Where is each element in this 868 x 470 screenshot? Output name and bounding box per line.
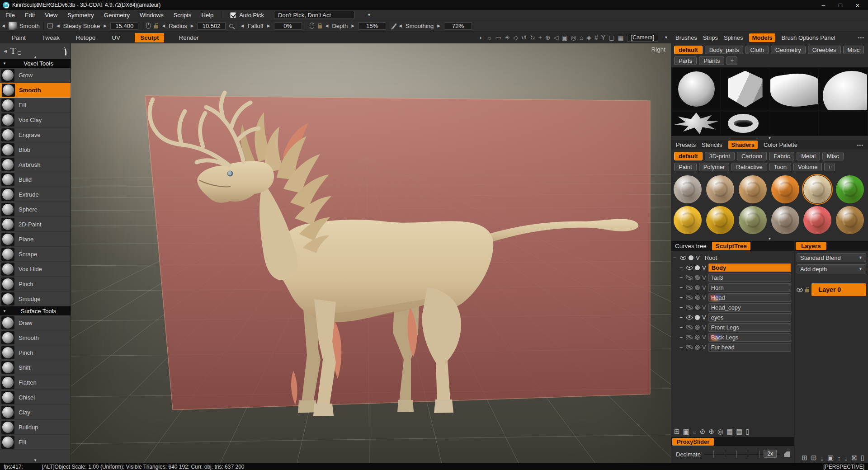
disable-layer-icon[interactable]: ⊘ (700, 428, 706, 436)
light-horizon-icon[interactable]: ☀ (505, 34, 510, 41)
tool-surface-fill[interactable]: Fill (0, 435, 71, 450)
record-icon[interactable]: ◎ (571, 34, 576, 41)
menu-file[interactable]: File (5, 12, 15, 19)
tab-brush-options-panel[interactable]: Brush Options Panel (781, 34, 835, 41)
zoom-icon[interactable]: ⊕ (545, 34, 551, 41)
proxy-slider-header[interactable]: ProxySlider (671, 437, 794, 446)
shader-cat-polymer[interactable]: Polymer (699, 163, 730, 171)
depth-label[interactable]: Depth (332, 23, 348, 29)
grid-icon[interactable]: # (594, 34, 598, 41)
target-icon[interactable]: ◎ (717, 428, 723, 436)
pressure-mouse-icon[interactable] (146, 23, 151, 29)
tab-brushes[interactable]: Brushes (675, 34, 697, 41)
shader-ball[interactable] (706, 175, 734, 203)
tool-2d-paint[interactable]: 2D-Paint (0, 217, 71, 232)
ghosting-dot-icon[interactable] (695, 305, 700, 310)
move-up-icon[interactable]: ↑ (837, 454, 841, 462)
tree-row-horn[interactable]: − V Horn (679, 282, 793, 292)
menu-help[interactable]: Help (201, 12, 213, 19)
tool-pinch[interactable]: Pinch (0, 277, 71, 291)
tab-uv[interactable]: UV (110, 33, 122, 42)
tool-engrave[interactable]: Engrave (0, 127, 71, 142)
tree-row-body[interactable]: − V Body (679, 263, 793, 273)
proxy-page-icon[interactable] (784, 451, 790, 457)
collapse-left-icon[interactable]: ◀ (2, 24, 5, 28)
table-icon[interactable]: ▦ (726, 428, 733, 436)
model-cube-thumb[interactable] (721, 68, 769, 110)
minimize-button[interactable]: – (816, 0, 831, 9)
layer-0-item[interactable]: Layer 0 (811, 283, 866, 296)
shader-cat-volume[interactable]: Volume (793, 163, 822, 171)
tab-stencils[interactable]: Stencils (702, 141, 722, 148)
tool-grow[interactable]: Grow (0, 68, 71, 83)
visibility-eye-icon[interactable] (686, 325, 693, 329)
menu-symmetry[interactable]: Symmetry (67, 12, 94, 19)
tool-airbrush[interactable]: Airbrush (0, 157, 71, 172)
menu-scripts[interactable]: Scripts (174, 12, 192, 19)
tool-surface-pinch[interactable]: Pinch (0, 345, 71, 360)
collapse-minus-icon[interactable]: − (673, 254, 678, 261)
rotate-ccw-icon[interactable]: ↺ (521, 34, 527, 41)
tool-vox-clay[interactable]: Vox Clay (0, 113, 71, 127)
collapse-minus-icon[interactable]: − (679, 274, 684, 281)
category-plants[interactable]: Plants (699, 56, 724, 65)
duplicate-icon[interactable]: ▣ (827, 454, 834, 462)
add-volume-icon[interactable]: ⊞ (674, 428, 680, 436)
merge-icon[interactable]: ⊕ (708, 428, 714, 436)
chevron-down-icon[interactable]: ▼ (3, 61, 6, 66)
ghosting-dot-icon[interactable] (695, 345, 700, 350)
shaders-collapse-icon[interactable]: ▼ (671, 237, 868, 241)
import-icon[interactable]: ↓ (820, 454, 824, 462)
visibility-eye-icon[interactable] (686, 315, 693, 320)
collapse-minus-icon[interactable]: − (679, 314, 684, 321)
shader-ball[interactable] (836, 206, 864, 234)
menu-edit[interactable]: Edit (25, 12, 35, 19)
select-icon[interactable]: ◁ (554, 34, 559, 41)
backdrop-icon[interactable]: ▭ (495, 34, 501, 41)
shader-cat-default[interactable]: default (674, 152, 703, 160)
ghosting-dot-icon[interactable] (689, 255, 693, 260)
blend-mode-select[interactable]: Standard Blend ▼ (797, 253, 866, 262)
tab-strips[interactable]: Strips (703, 34, 718, 41)
tool-buildup[interactable]: Buildup (0, 420, 71, 435)
more-icon[interactable]: ••• (858, 35, 864, 40)
models-collapse-icon[interactable]: ▼ (671, 136, 868, 140)
tab-presets[interactable]: Presets (676, 141, 696, 148)
pan-icon[interactable]: + (538, 34, 542, 41)
trash-icon[interactable]: ▯ (745, 428, 749, 436)
layer-row[interactable]: Layer 0 (797, 283, 866, 296)
menu-view[interactable]: View (45, 12, 57, 19)
smooth-shade-icon[interactable]: ◇ (513, 34, 518, 41)
model-spiky-thumb[interactable] (672, 112, 720, 135)
collapse-minus-icon[interactable]: − (679, 264, 684, 271)
tab-paint[interactable]: Paint (10, 33, 28, 42)
move-down-icon[interactable]: ↓ (844, 454, 848, 462)
ghosting-dot-icon[interactable] (695, 275, 700, 280)
tool-smudge[interactable]: Smudge (0, 291, 71, 306)
shader-ball[interactable] (739, 175, 767, 203)
add-shader-category-button[interactable]: + (824, 163, 835, 171)
more-icon[interactable]: ••• (857, 142, 863, 148)
camera-chevron-icon[interactable]: ▼ (664, 35, 668, 40)
ghosting-dot-icon[interactable] (695, 315, 700, 320)
export-icon[interactable]: ▤ (736, 428, 742, 436)
collapse-left-icon[interactable]: ◀ (4, 49, 7, 53)
tab-sculpttree[interactable]: SculptTree (712, 242, 750, 250)
category-geometry[interactable]: Geometry (771, 46, 806, 54)
pick-mode-select[interactable]: Don't Pick, Don't Act (274, 11, 354, 19)
model-sheet-thumb[interactable] (770, 68, 818, 110)
chevron-down-icon[interactable]: ▼ (367, 13, 371, 17)
menu-geometry[interactable]: Geometry (104, 12, 130, 19)
collapse-minus-icon[interactable]: − (679, 344, 684, 351)
shader-cat-paint[interactable]: Paint (674, 163, 697, 171)
frame-icon[interactable]: ▣ (561, 34, 567, 41)
chevron-down-icon[interactable]: ▼ (3, 309, 6, 313)
steady-stroke-label[interactable]: Steady Stroke (63, 23, 100, 29)
shader-ball[interactable] (674, 175, 702, 203)
tree-row-tail3[interactable]: − V Tail3 (679, 273, 793, 282)
lock-icon[interactable] (318, 25, 322, 28)
tool-clay[interactable]: Clay (0, 405, 71, 420)
scroll-down-icon[interactable]: ▼ (0, 457, 71, 463)
menu-windows[interactable]: Windows (140, 12, 164, 19)
shader-cat-misc[interactable]: Misc (822, 152, 844, 160)
